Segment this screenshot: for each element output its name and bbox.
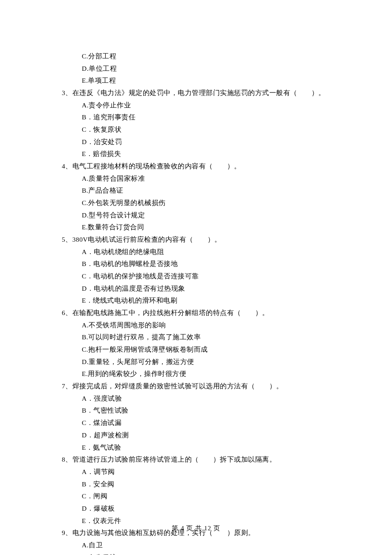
option-letter: B． bbox=[82, 407, 93, 414]
option-text: 电动机的地脚螺栓是否接地 bbox=[93, 260, 178, 267]
option-text: 闸阀 bbox=[93, 492, 107, 500]
option-letter: A. bbox=[82, 101, 89, 109]
option-text: 单项工程 bbox=[88, 77, 116, 84]
option-letter: B. bbox=[82, 554, 88, 555]
option-row: A.自卫 bbox=[62, 539, 330, 552]
option-text: 型号符合设计规定 bbox=[89, 211, 145, 219]
question-stem: 380V电动机试运行前应检查的内容有（ ）。 bbox=[72, 236, 222, 243]
option-row: B．追究刑事责任 bbox=[62, 111, 330, 124]
orphan-options-q2: C.分部工程D.单位工程E.单项工程 bbox=[62, 50, 330, 87]
option-letter: C. bbox=[82, 346, 88, 353]
option-text: 在先保护 bbox=[88, 554, 116, 555]
option-letter: D. bbox=[82, 358, 89, 365]
option-row: E．氨气试验 bbox=[62, 442, 330, 454]
question-stem: 焊接完成后，对焊缝质量的致密性试验可以选用的方法有（ ）。 bbox=[72, 382, 283, 390]
option-text: 绕线式电动机的滑环和电刷 bbox=[93, 297, 177, 304]
option-text: 电动机的保护接地线是否连接可靠 bbox=[93, 272, 199, 280]
question-row: 7、焊接完成后，对焊缝质量的致密性试验可以选用的方法有（ ）。 bbox=[62, 380, 330, 393]
option-letter: E． bbox=[82, 297, 93, 304]
page-number: 第 4 页 共 12 页 bbox=[172, 525, 220, 532]
option-row: C.分部工程 bbox=[62, 50, 330, 63]
option-text: 强度试验 bbox=[94, 395, 122, 402]
option-text: 追究刑事责任 bbox=[93, 113, 135, 121]
option-text: 质量符合国家标准 bbox=[89, 175, 145, 182]
option-row: D．电动机的温度是否有过热现象 bbox=[62, 283, 330, 295]
option-row: E．绕线式电动机的滑环和电刷 bbox=[62, 295, 330, 307]
option-row: D．爆破板 bbox=[62, 503, 330, 515]
option-letter: A． bbox=[82, 395, 94, 402]
option-letter: E． bbox=[82, 150, 93, 157]
option-letter: C． bbox=[82, 419, 93, 426]
option-row: A.质量符合国家标准 bbox=[62, 173, 330, 185]
option-letter: C． bbox=[82, 272, 93, 280]
question-number: 3、 bbox=[62, 87, 72, 99]
option-letter: D． bbox=[82, 431, 94, 439]
question-row: 5、380V电动机试运行前应检查的内容有（ ）。 bbox=[62, 234, 330, 246]
option-letter: D. bbox=[82, 65, 89, 72]
option-row: A.不受铁塔周围地形的影响 bbox=[62, 319, 330, 332]
option-row: B．安全阀 bbox=[62, 478, 330, 491]
option-text: 单位工程 bbox=[89, 65, 117, 72]
option-row: C.抱杆一般采用钢管或薄壁钢板卷制而成 bbox=[62, 344, 330, 356]
option-row: E．赔偿损失 bbox=[62, 148, 330, 160]
question-number: 5、 bbox=[62, 234, 72, 246]
option-text: 自卫 bbox=[89, 541, 103, 549]
option-letter: B. bbox=[82, 187, 88, 194]
option-row: B.在先保护 bbox=[62, 552, 330, 555]
option-text: 不受铁塔周围地形的影响 bbox=[89, 321, 166, 329]
option-row: D.单位工程 bbox=[62, 63, 330, 75]
option-letter: C． bbox=[82, 126, 93, 133]
option-row: C．电动机的保护接地线是否连接可靠 bbox=[62, 270, 330, 283]
option-text: 煤油试漏 bbox=[93, 419, 121, 426]
option-text: 抱杆一般采用钢管或薄壁钢板卷制而成 bbox=[88, 346, 208, 353]
option-text: 责令停止作业 bbox=[89, 101, 131, 109]
option-text: 电动机绕组的绝缘电阻 bbox=[94, 248, 164, 255]
option-letter: E. bbox=[82, 223, 88, 231]
option-letter: A. bbox=[82, 321, 89, 329]
option-letter: B. bbox=[82, 333, 88, 341]
option-row: A．强度试验 bbox=[62, 393, 330, 405]
document-content: C.分部工程D.单位工程E.单项工程 3、在违反《电力法》规定的处罚中，电力管理… bbox=[0, 0, 392, 555]
page-footer: 第 4 页 共 12 页 bbox=[0, 523, 392, 535]
option-letter: C． bbox=[82, 492, 93, 500]
option-row: B.可以同时进行双吊，提高了施工效率 bbox=[62, 331, 330, 344]
option-text: 产品合格证 bbox=[88, 187, 124, 194]
question-stem: 电气工程接地材料的现场检查验收的内容有（ ）。 bbox=[72, 162, 241, 170]
option-letter: A． bbox=[82, 468, 94, 475]
question-stem: 在输配电线路施工中，内拉线抱杆分解组塔的特点有（ ）。 bbox=[72, 309, 269, 316]
option-text: 治安处罚 bbox=[94, 138, 122, 145]
option-text: 恢复原状 bbox=[93, 126, 121, 133]
option-row: D．超声波检测 bbox=[62, 429, 330, 442]
question-number: 8、 bbox=[62, 454, 72, 466]
option-letter: D. bbox=[82, 211, 89, 219]
option-row: C.外包装无明显的机械损伤 bbox=[62, 197, 330, 209]
option-text: 分部工程 bbox=[88, 52, 116, 60]
option-row: B．电动机的地脚螺栓是否接地 bbox=[62, 258, 330, 270]
option-row: B．气密性试验 bbox=[62, 405, 330, 417]
option-row: D.型号符合设计规定 bbox=[62, 209, 330, 222]
option-text: 安全阀 bbox=[93, 480, 115, 488]
option-text: 赔偿损失 bbox=[93, 150, 121, 157]
option-row: C．恢复原状 bbox=[62, 124, 330, 136]
option-letter: A. bbox=[82, 175, 89, 182]
option-row: A．电动机绕组的绝缘电阻 bbox=[62, 246, 330, 258]
question-number: 6、 bbox=[62, 307, 72, 319]
option-letter: C. bbox=[82, 52, 88, 60]
option-row: E.用到的绳索较少，操作时很方便 bbox=[62, 368, 330, 380]
option-letter: E. bbox=[82, 370, 88, 377]
question-stem: 在违反《电力法》规定的处罚中，电力管理部门实施惩罚的方式一般有（ ）。 bbox=[72, 89, 326, 96]
option-letter: B． bbox=[82, 113, 93, 121]
option-letter: B． bbox=[82, 480, 93, 488]
question-stem: 管道进行压力试验前应将待试管道上的（ ）拆下或加以隔离。 bbox=[72, 456, 277, 463]
option-letter: E. bbox=[82, 77, 88, 84]
question-number: 4、 bbox=[62, 160, 72, 173]
option-letter: C. bbox=[82, 199, 88, 206]
option-text: 重量轻，头尾部可分解，搬运方便 bbox=[89, 358, 194, 365]
option-text: 调节阀 bbox=[94, 468, 115, 475]
question-row: 4、电气工程接地材料的现场检查验收的内容有（ ）。 bbox=[62, 160, 330, 173]
option-row: A.责令停止作业 bbox=[62, 99, 330, 112]
option-row: B.产品合格证 bbox=[62, 185, 330, 197]
option-row: D．治安处罚 bbox=[62, 136, 330, 148]
option-row: C．闸阀 bbox=[62, 490, 330, 503]
option-text: 用到的绳索较少，操作时很方便 bbox=[88, 370, 186, 377]
